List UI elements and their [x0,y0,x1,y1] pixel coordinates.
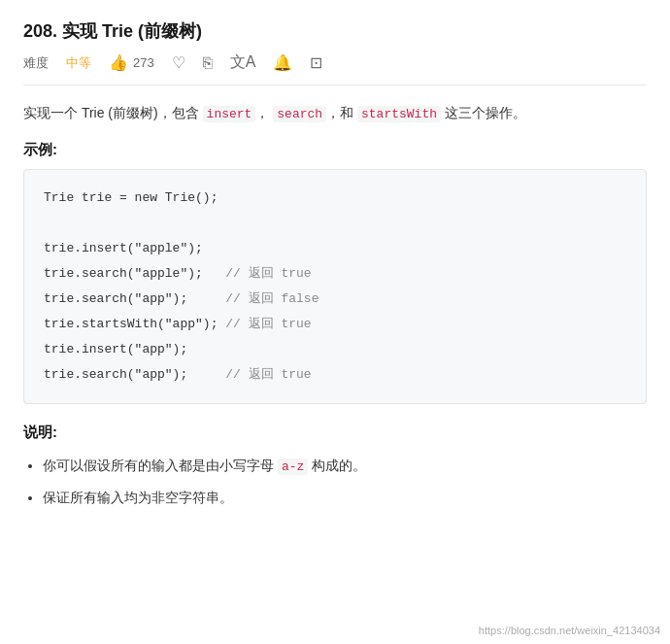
meta-row: 难度 中等 👍 273 ♡ ⎘ 文A 🔔 ⊡ [23,52,647,85]
share-button[interactable]: ⎘ [203,54,213,72]
code-line-3: trie.search("apple"); // 返回 true [44,266,312,281]
page-title: 208. 实现 Trie (前缀树) [23,19,647,43]
difficulty-label: 难度 [23,54,49,72]
example-label: 示例: [23,141,647,159]
note-item-2: 保证所有输入均为非空字符串。 [43,484,647,511]
inline-code-az: a-z [278,458,308,475]
translate-icon: 文A [230,52,256,73]
note-item-1: 你可以假设所有的输入都是由小写字母 a-z 构成的。 [43,452,647,480]
code-line-7: trie.search("app"); // 返回 true [44,367,312,382]
likes-count: 273 [133,55,154,70]
notes-list: 你可以假设所有的输入都是由小写字母 a-z 构成的。 保证所有输入均为非空字符串… [23,452,647,511]
bell-icon: 🔔 [273,53,292,72]
code-line-1: Trie trie = new Trie(); [44,190,218,205]
thumbs-up-icon: 👍 [109,53,128,72]
footer-url: https://blog.csdn.net/weixin_42134034 [479,625,660,636]
inline-code-startswith: startsWith [357,106,441,122]
code-block: Trie trie = new Trie(); trie.insert("app… [23,169,647,404]
code-line-4: trie.search("app"); // 返回 false [44,291,318,306]
description-text: 实现一个 Trie (前缀树)，包含 insert， search，和 star… [23,101,647,125]
code-line-5: trie.startsWith("app"); // 返回 true [44,317,312,331]
share-icon: ⎘ [203,54,213,72]
feedback-icon: ⊡ [310,53,322,72]
collect-button[interactable]: ♡ [172,53,185,72]
code-line-6: trie.insert("app"); [44,342,187,356]
feedback-button[interactable]: ⊡ [310,53,322,72]
inline-code-insert: insert [203,106,256,122]
code-line-2: trie.insert("apple"); [44,241,203,255]
likes-button[interactable]: 👍 273 [109,53,154,72]
notes-label: 说明: [23,424,647,442]
translate-button[interactable]: 文A [230,52,256,73]
inline-code-search: search [273,106,326,122]
difficulty-value: 中等 [66,54,91,72]
bell-button[interactable]: 🔔 [273,53,292,72]
heart-icon: ♡ [172,53,185,72]
